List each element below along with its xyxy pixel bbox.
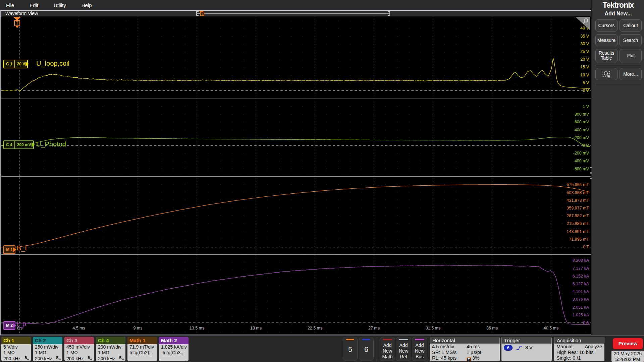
- menu-utility[interactable]: Utility: [54, 2, 66, 8]
- math1-expression: Intg(Ch2)...: [127, 350, 157, 356]
- ch4-badge-scale: 200 mV: [14, 141, 33, 148]
- math1-badge[interactable]: M 1: [3, 245, 15, 254]
- measure-button[interactable]: Measure: [595, 34, 618, 46]
- acquisition-resolution: High Res: 16 bits: [556, 350, 593, 355]
- ch2-bandwidth: 200 kHzBw: [33, 355, 62, 361]
- math1-trace-name[interactable]: B_t: [17, 244, 27, 252]
- add-new-bus-button[interactable]: AddNewBus: [412, 337, 427, 361]
- menu-edit[interactable]: Edit: [30, 2, 38, 8]
- rising-edge-icon: [516, 345, 523, 351]
- trigger-source-badge: 6: [504, 345, 513, 351]
- math-color-stripe: [383, 339, 392, 340]
- horizontal-title: Horizontal: [430, 337, 500, 344]
- date-time-display[interactable]: 20 May 2025 5:28:03 PM: [611, 351, 644, 362]
- add-new-math-button[interactable]: AddNewMath: [380, 337, 395, 361]
- ch1-impedance: 1 MΩ: [1, 350, 31, 356]
- preview-button[interactable]: Preview: [613, 338, 643, 349]
- zoom-select-button[interactable]: [595, 68, 618, 80]
- separator: [595, 84, 641, 84]
- separator: [595, 66, 641, 66]
- bandwidth-limit-icon: Bw: [25, 355, 29, 361]
- waveform-slot-5-button[interactable]: 5: [343, 337, 358, 361]
- waveform-slot-6-button[interactable]: 6: [359, 337, 374, 361]
- acquisition-title: Acquisition: [554, 337, 604, 344]
- waveform-view-title: Waveform View: [5, 11, 38, 16]
- math1-scale: 71.9 mT/div: [127, 344, 157, 350]
- trigger-t-icon: T: [14, 20, 20, 26]
- ch3-scale: 450 mV/div: [64, 344, 94, 350]
- trigger-level: 3 V: [525, 345, 533, 351]
- ch1-label: Ch 1: [1, 337, 31, 344]
- menu-bar: File Edit Utility Help: [0, 0, 591, 10]
- ch4-settings-badge[interactable]: Ch 4 200 mV/div 1 MΩ 200 kHzBw: [96, 337, 125, 361]
- tektronix-logo: Tektronix: [592, 1, 644, 10]
- ch4-scale: 200 mV/div: [96, 344, 125, 350]
- ch1-badge-id: C 1: [4, 60, 14, 68]
- callout-button[interactable]: Callout: [620, 19, 642, 32]
- slot6-number: 6: [359, 345, 373, 354]
- trigger-t-icon: T: [467, 357, 471, 361]
- plot-button[interactable]: Plot: [620, 49, 642, 62]
- bus-color-stripe: [415, 339, 424, 340]
- slot5-number: 5: [343, 345, 357, 354]
- horizontal-window: 45 ms: [467, 344, 480, 350]
- date: 20 May 2025: [611, 351, 644, 357]
- menu-help[interactable]: Help: [82, 2, 92, 8]
- add-new-ref-button[interactable]: AddNewRef: [396, 337, 411, 361]
- math2-scale: 1.025 kA/div: [159, 344, 189, 350]
- trigger-panel[interactable]: Trigger 6 3 V: [501, 337, 552, 361]
- time: 5:28:03 PM: [611, 357, 644, 362]
- sample-rate: SR: 1 MS/s: [432, 350, 467, 355]
- horizontal-position-slider[interactable]: T: [196, 11, 390, 16]
- splitter-grip-icon[interactable]: [590, 167, 592, 179]
- waveform-view-titlebar: Waveform View T: [1, 11, 591, 17]
- ch3-label: Ch 3: [64, 337, 94, 344]
- ref-color-stripe: [399, 339, 408, 340]
- acquisition-panel[interactable]: Acquisition Manual,Analyze High Res: 16 …: [554, 337, 604, 361]
- ch2-impedance: 1 MΩ: [33, 350, 62, 356]
- waveform-graticule: [1, 16, 591, 334]
- ch4-trace-name[interactable]: U_Photod: [36, 140, 66, 148]
- horizontal-scale: 4.5 ms/div: [432, 344, 467, 350]
- math1-label: Math 1: [127, 337, 157, 344]
- ch4-badge-id: C 4: [4, 141, 14, 148]
- ch4-scale-badge[interactable]: C 4 200 mV: [3, 140, 34, 149]
- ch2-settings-badge[interactable]: Ch 2 250 mV/div 1 MΩ 200 kHzBw: [33, 337, 62, 361]
- math1-settings-badge[interactable]: Math 1 71.9 mT/div Intg(Ch2)...: [127, 337, 157, 361]
- search-button[interactable]: Search: [620, 34, 642, 46]
- ch2-scale: 250 mV/div: [33, 344, 62, 350]
- results-table-button[interactable]: Results Table: [595, 49, 618, 62]
- menu-file[interactable]: File: [6, 2, 14, 8]
- math2-expression: -Intg(Ch3...: [159, 350, 189, 356]
- slider-trigger-icon[interactable]: T: [200, 12, 204, 16]
- slider-track[interactable]: [196, 13, 390, 14]
- ch1-trace-name[interactable]: U_loop,coil: [36, 60, 69, 67]
- math1-badge-id: M 1: [4, 246, 15, 253]
- more-button[interactable]: More...: [620, 68, 642, 80]
- horizontal-panel[interactable]: Horizontal 4.5 ms/div45 ms SR: 1 MS/s1 µ…: [430, 337, 500, 361]
- oscilloscope-app: File Edit Utility Help Waveform View T 4…: [0, 0, 644, 362]
- ch3-settings-badge[interactable]: Ch 3 450 mV/div 1 MΩ 200 kHzBw: [64, 337, 94, 361]
- ch1-scale-badge[interactable]: C 1 20 V: [3, 60, 28, 68]
- ch3-impedance: 1 MΩ: [64, 350, 94, 356]
- math2-badge[interactable]: M 2: [3, 321, 15, 330]
- bandwidth-limit-icon: Bw: [119, 355, 124, 361]
- slot5-color-stripe: [346, 339, 354, 340]
- magnifier-icon: [582, 18, 589, 24]
- trigger-position-flag[interactable]: T: [13, 17, 21, 28]
- bandwidth-limit-icon: Bw: [88, 355, 92, 361]
- cursors-button[interactable]: Cursors: [595, 19, 618, 32]
- ch4-impedance: 1 MΩ: [96, 350, 125, 356]
- ch3-bandwidth: 200 kHzBw: [64, 355, 94, 361]
- ch1-settings-badge[interactable]: Ch 1 5 V/div 1 MΩ 200 kHzBw: [1, 337, 31, 361]
- math2-trace-name[interactable]: I_p: [17, 320, 26, 328]
- record-length: RL: 45 kpts: [432, 355, 467, 361]
- math2-badge-id: M 2: [4, 322, 15, 329]
- slot6-color-stripe: [362, 339, 370, 340]
- math2-settings-badge[interactable]: Math 2 1.025 kA/div -Intg(Ch3...: [159, 337, 189, 361]
- ch2-label: Ch 2: [33, 337, 62, 344]
- ch1-scale: 5 V/div: [1, 344, 31, 350]
- separator: [377, 337, 377, 361]
- ch4-bandwidth: 200 kHzBw: [96, 355, 125, 361]
- acquisition-analyze: Analyze: [585, 344, 602, 350]
